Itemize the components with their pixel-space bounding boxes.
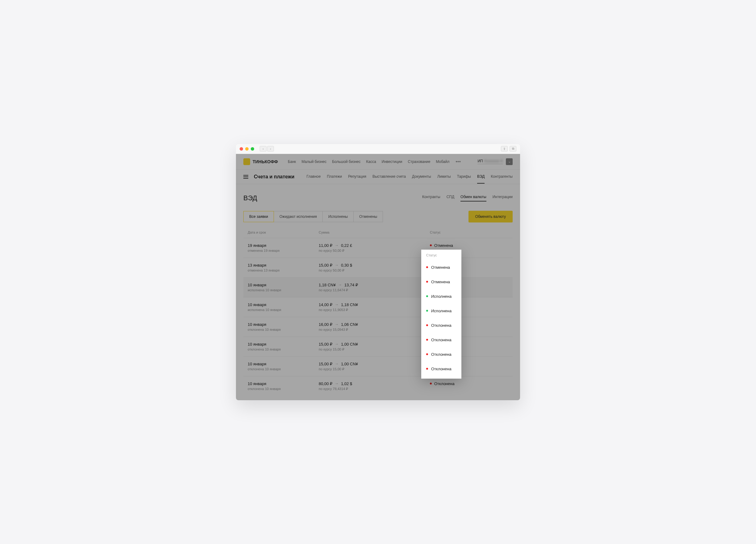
column-sum-header: Сумма	[319, 231, 430, 234]
sub-nav-item[interactable]: ВЭД	[477, 174, 485, 184]
table-row[interactable]: 10 январяотклонена 10 января15,00 ₽→1,00…	[243, 337, 513, 356]
top-nav-item[interactable]: Банк	[288, 160, 296, 164]
popup-status-row[interactable]: Отклонена	[421, 333, 461, 347]
user-block[interactable]: ИП Хххххххх X ⌄	[477, 158, 513, 165]
popup-status-row[interactable]: Отклонена	[421, 347, 461, 362]
status-dot-icon	[426, 339, 428, 341]
top-nav-item[interactable]: Касса	[366, 160, 376, 164]
row-rate: по курсу 50,00 ₽	[319, 249, 430, 253]
maximize-window-icon[interactable]	[251, 147, 254, 151]
table-row[interactable]: 10 январяотклонена 10 января16,00 ₽→1,06…	[243, 317, 513, 337]
filter-button[interactable]: Все заявки	[243, 211, 274, 222]
filters-row: Все заявкиОжидают исполненияИсполненыОтм…	[243, 211, 513, 223]
page-body: ВЭД КонтрактыСПДОбмен валютыИнтеграции В…	[236, 184, 520, 400]
popup-header: Статус	[421, 250, 461, 260]
back-button[interactable]: ‹	[260, 146, 267, 152]
status-dot-icon	[426, 324, 428, 326]
top-nav-item[interactable]: Большой бизнес	[332, 160, 360, 164]
row-date: 10 января	[248, 302, 319, 307]
more-icon[interactable]: •••	[456, 159, 461, 165]
sub-nav-item[interactable]: Документы	[412, 174, 431, 179]
top-nav-item[interactable]: Мобайл	[436, 160, 449, 164]
user-avatar-icon[interactable]: ⌄	[506, 158, 513, 165]
popup-status-row[interactable]: Отклонена	[421, 362, 461, 376]
user-name: Хххххххх X	[484, 159, 503, 163]
page-tab[interactable]: СПД	[447, 195, 454, 202]
status-dot-icon	[426, 368, 428, 370]
logo-shield-icon	[243, 158, 250, 165]
table-row[interactable]: 10 январяисполнена 10 января14,00 ₽→1,18…	[243, 297, 513, 317]
popup-status-row[interactable]: Отменена	[421, 274, 461, 289]
top-nav-item[interactable]: Инвестиции	[382, 160, 402, 164]
filter-button[interactable]: Исполнены	[323, 211, 354, 222]
table-row[interactable]: 10 январяисполнена 10 января1,18 CN¥→13,…	[243, 277, 513, 297]
sub-nav-item[interactable]: Выставление счета	[372, 174, 406, 179]
popup-status-label: Отклонена	[431, 323, 451, 328]
share-icon[interactable]: ⇪	[501, 146, 508, 152]
filter-button[interactable]: Отменены	[354, 211, 383, 222]
close-window-icon[interactable]	[240, 147, 243, 151]
popup-status-row[interactable]: Отменена	[421, 260, 461, 274]
popup-status-row[interactable]: Отклонена	[421, 318, 461, 333]
sub-nav-item[interactable]: Лимиты	[437, 174, 451, 179]
sub-header: Счета и платежи ГлавноеПлатежиРепутацияВ…	[236, 170, 520, 184]
page-tab[interactable]: Интеграции	[493, 195, 513, 202]
row-date: 10 января	[248, 282, 319, 287]
row-date-sub: отклонена 10 января	[248, 387, 319, 391]
popup-status-label: Отклонена	[431, 366, 451, 371]
app-content: ТИНЬКОФФ БанкМалый бизнесБольшой бизнесК…	[236, 154, 520, 400]
minimize-window-icon[interactable]	[245, 147, 249, 151]
top-nav-item[interactable]: Малый бизнес	[301, 160, 326, 164]
filter-button[interactable]: Ожидают исполнения	[274, 211, 323, 222]
row-date-sub: отклонена 10 января	[248, 367, 319, 371]
tabs-icon[interactable]: ⧉	[510, 146, 516, 152]
exchange-currency-button[interactable]: Обменять валюту	[468, 211, 513, 223]
row-date-sub: отклонена 10 января	[248, 347, 319, 351]
sub-nav-item[interactable]: Платежи	[327, 174, 342, 179]
table-row[interactable]: 19 январяотменена 19 января11,00 ₽→0,22 …	[243, 238, 513, 258]
page-tabs: КонтрактыСПДОбмен валютыИнтеграции	[422, 195, 513, 202]
page-tab[interactable]: Обмен валюты	[460, 195, 486, 202]
arrow-right-icon: →	[335, 243, 338, 248]
popup-status-label: Отклонена	[431, 337, 451, 342]
row-sum: 15,00 ₽→1,00 CN¥	[319, 362, 430, 366]
row-date-sub: исполнена 10 января	[248, 308, 319, 312]
row-date: 19 января	[248, 243, 319, 248]
browser-window: ‹ › ⇪ ⧉ ТИНЬКОФФ БанкМалый бизнесБольшой…	[236, 144, 520, 400]
status-dot-icon	[426, 281, 428, 282]
row-date: 10 января	[248, 362, 319, 366]
logo[interactable]: ТИНЬКОФФ	[243, 158, 278, 165]
sub-nav-item[interactable]: Контрагенты	[491, 174, 513, 179]
row-date-sub: отменена 13 января	[248, 269, 319, 272]
row-rate: по курсу 11,9053 ₽	[319, 308, 430, 312]
table-rows: 19 январяотменена 19 января11,00 ₽→0,22 …	[243, 238, 513, 396]
status-dot-icon	[430, 245, 432, 246]
menu-icon[interactable]	[243, 175, 248, 179]
popup-status-row[interactable]: Исполнена	[421, 303, 461, 318]
column-status-header: Статус	[430, 231, 508, 234]
table-row[interactable]: 10 январяотклонена 10 января80,00 ₽→1,02…	[243, 376, 513, 396]
arrow-right-icon: →	[335, 322, 338, 326]
popup-status-row[interactable]: Исполнена	[421, 289, 461, 303]
row-rate: по курсу 78,4314 ₽	[319, 387, 430, 391]
status-dot-icon	[426, 266, 428, 268]
forward-button[interactable]: ›	[267, 146, 274, 152]
sub-nav-item[interactable]: Главное	[307, 174, 321, 179]
row-date-sub: исполнена 10 января	[248, 288, 319, 292]
column-date-header: Дата и срок	[248, 231, 319, 234]
row-date-sub: отменена 19 января	[248, 249, 319, 253]
sub-nav-item[interactable]: Тарифы	[457, 174, 471, 179]
table-row[interactable]: 13 январяотменена 13 января15,00 ₽→0,30 …	[243, 258, 513, 277]
row-date: 13 января	[248, 263, 319, 268]
browser-chrome: ‹ › ⇪ ⧉	[236, 144, 520, 154]
table-row[interactable]: 10 январяотклонена 10 января15,00 ₽→1,00…	[243, 356, 513, 376]
arrow-right-icon: →	[335, 302, 338, 307]
top-nav-item[interactable]: Страхование	[408, 160, 431, 164]
page-tab[interactable]: Контракты	[422, 195, 440, 202]
sub-nav-item[interactable]: Репутация	[348, 174, 366, 179]
status-dot-icon	[426, 295, 428, 297]
header: ТИНЬКОФФ БанкМалый бизнесБольшой бизнесК…	[236, 154, 520, 170]
popup-status-label: Отклонена	[431, 352, 451, 357]
row-sum: 1,18 CN¥→13,74 ₽	[319, 282, 430, 287]
arrow-right-icon: →	[338, 282, 342, 287]
